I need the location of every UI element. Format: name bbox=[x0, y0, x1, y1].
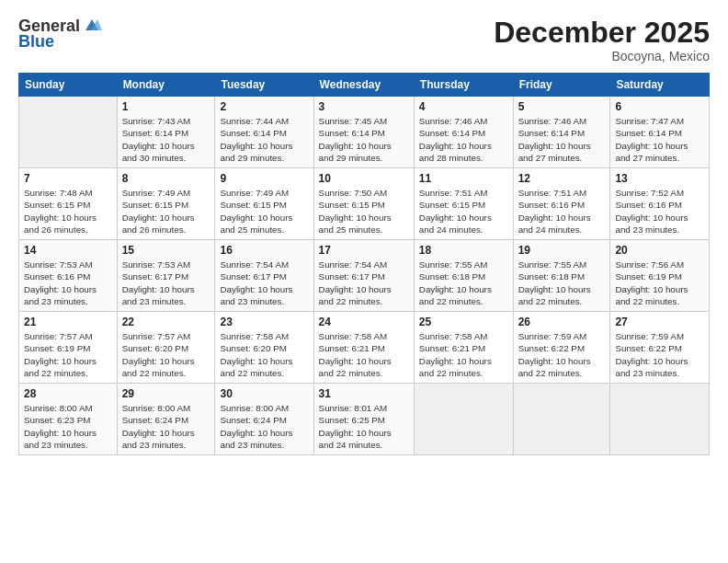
day-number: 11 bbox=[419, 172, 508, 185]
calendar-header: Sunday Monday Tuesday Wednesday Thursday… bbox=[19, 74, 710, 97]
day-number: 21 bbox=[24, 316, 112, 328]
calendar-cell bbox=[414, 384, 513, 455]
day-number: 24 bbox=[319, 316, 409, 328]
day-number: 22 bbox=[122, 316, 210, 328]
day-number: 30 bbox=[220, 387, 308, 400]
day-info: Sunrise: 7:56 AMSunset: 6:19 PMDaylight:… bbox=[615, 259, 704, 307]
day-number: 1 bbox=[122, 100, 210, 113]
day-number: 7 bbox=[24, 172, 112, 185]
day-info: Sunrise: 7:55 AMSunset: 6:18 PMDaylight:… bbox=[518, 259, 606, 307]
day-info: Sunrise: 7:58 AMSunset: 6:20 PMDaylight:… bbox=[220, 330, 308, 379]
col-thursday: Thursday bbox=[414, 74, 513, 97]
day-info: Sunrise: 7:43 AMSunset: 6:14 PMDaylight:… bbox=[122, 115, 210, 164]
calendar-cell: 26Sunrise: 7:59 AMSunset: 6:22 PMDayligh… bbox=[513, 312, 610, 384]
logo: General Blue bbox=[18, 17, 102, 52]
day-info: Sunrise: 7:53 AMSunset: 6:16 PMDaylight:… bbox=[24, 259, 112, 307]
day-number: 8 bbox=[122, 172, 210, 185]
day-number: 6 bbox=[615, 100, 704, 113]
day-info: Sunrise: 7:54 AMSunset: 6:17 PMDaylight:… bbox=[319, 259, 409, 307]
calendar-cell: 31Sunrise: 8:01 AMSunset: 6:25 PMDayligh… bbox=[313, 384, 414, 455]
day-number: 16 bbox=[220, 244, 308, 257]
calendar-cell: 2Sunrise: 7:44 AMSunset: 6:14 PMDaylight… bbox=[215, 97, 313, 168]
calendar-cell bbox=[19, 97, 118, 168]
logo-icon bbox=[82, 17, 102, 34]
day-info: Sunrise: 7:45 AMSunset: 6:14 PMDaylight:… bbox=[319, 115, 409, 164]
calendar-cell: 18Sunrise: 7:55 AMSunset: 6:18 PMDayligh… bbox=[414, 240, 513, 312]
col-friday: Friday bbox=[513, 74, 610, 97]
calendar-cell: 24Sunrise: 7:58 AMSunset: 6:21 PMDayligh… bbox=[313, 312, 414, 384]
day-number: 26 bbox=[518, 316, 606, 328]
day-number: 12 bbox=[518, 172, 606, 185]
calendar-cell: 7Sunrise: 7:48 AMSunset: 6:15 PMDaylight… bbox=[19, 168, 118, 240]
day-info: Sunrise: 7:52 AMSunset: 6:16 PMDaylight:… bbox=[615, 187, 704, 236]
calendar-cell: 5Sunrise: 7:46 AMSunset: 6:14 PMDaylight… bbox=[513, 97, 610, 168]
month-title: December 2025 bbox=[494, 17, 710, 49]
day-info: Sunrise: 7:49 AMSunset: 6:15 PMDaylight:… bbox=[122, 187, 210, 236]
calendar-cell: 8Sunrise: 7:49 AMSunset: 6:15 PMDaylight… bbox=[117, 168, 215, 240]
day-info: Sunrise: 7:58 AMSunset: 6:21 PMDaylight:… bbox=[319, 330, 409, 379]
page: General Blue December 2025 Bocoyna, Mexi… bbox=[0, 0, 728, 563]
day-info: Sunrise: 7:46 AMSunset: 6:14 PMDaylight:… bbox=[518, 115, 606, 164]
day-info: Sunrise: 7:57 AMSunset: 6:19 PMDaylight:… bbox=[24, 330, 112, 379]
day-info: Sunrise: 7:59 AMSunset: 6:22 PMDaylight:… bbox=[518, 330, 606, 379]
calendar-cell: 4Sunrise: 7:46 AMSunset: 6:14 PMDaylight… bbox=[414, 97, 513, 168]
col-wednesday: Wednesday bbox=[313, 74, 414, 97]
day-info: Sunrise: 7:46 AMSunset: 6:14 PMDaylight:… bbox=[419, 115, 508, 164]
day-info: Sunrise: 7:49 AMSunset: 6:15 PMDaylight:… bbox=[220, 187, 308, 236]
calendar-cell: 10Sunrise: 7:50 AMSunset: 6:15 PMDayligh… bbox=[313, 168, 414, 240]
col-monday: Monday bbox=[117, 74, 215, 97]
day-info: Sunrise: 7:51 AMSunset: 6:15 PMDaylight:… bbox=[419, 187, 508, 236]
day-info: Sunrise: 7:50 AMSunset: 6:15 PMDaylight:… bbox=[319, 187, 409, 236]
day-number: 3 bbox=[319, 100, 409, 113]
day-number: 27 bbox=[615, 316, 704, 328]
calendar-cell: 29Sunrise: 8:00 AMSunset: 6:24 PMDayligh… bbox=[117, 384, 215, 455]
calendar-cell: 19Sunrise: 7:55 AMSunset: 6:18 PMDayligh… bbox=[513, 240, 610, 312]
day-number: 23 bbox=[220, 316, 308, 328]
day-info: Sunrise: 7:59 AMSunset: 6:22 PMDaylight:… bbox=[615, 330, 704, 379]
day-number: 4 bbox=[419, 100, 508, 113]
day-info: Sunrise: 7:51 AMSunset: 6:16 PMDaylight:… bbox=[518, 187, 606, 236]
day-info: Sunrise: 7:53 AMSunset: 6:17 PMDaylight:… bbox=[122, 259, 210, 307]
calendar-cell: 25Sunrise: 7:58 AMSunset: 6:21 PMDayligh… bbox=[414, 312, 513, 384]
calendar-cell bbox=[610, 384, 710, 455]
calendar-cell: 12Sunrise: 7:51 AMSunset: 6:16 PMDayligh… bbox=[513, 168, 610, 240]
day-info: Sunrise: 7:55 AMSunset: 6:18 PMDaylight:… bbox=[419, 259, 508, 307]
day-info: Sunrise: 8:00 AMSunset: 6:23 PMDaylight:… bbox=[24, 402, 112, 451]
day-number: 28 bbox=[24, 387, 112, 400]
day-info: Sunrise: 7:54 AMSunset: 6:17 PMDaylight:… bbox=[220, 259, 308, 307]
calendar-cell: 21Sunrise: 7:57 AMSunset: 6:19 PMDayligh… bbox=[19, 312, 118, 384]
calendar-table: Sunday Monday Tuesday Wednesday Thursday… bbox=[18, 73, 710, 455]
day-info: Sunrise: 7:48 AMSunset: 6:15 PMDaylight:… bbox=[24, 187, 112, 236]
title-area: December 2025 Bocoyna, Mexico bbox=[494, 17, 710, 63]
day-number: 31 bbox=[319, 387, 409, 400]
day-info: Sunrise: 8:00 AMSunset: 6:24 PMDaylight:… bbox=[220, 402, 308, 451]
calendar-cell bbox=[513, 384, 610, 455]
day-number: 10 bbox=[319, 172, 409, 185]
day-number: 19 bbox=[518, 244, 606, 257]
calendar-cell: 17Sunrise: 7:54 AMSunset: 6:17 PMDayligh… bbox=[313, 240, 414, 312]
day-info: Sunrise: 7:57 AMSunset: 6:20 PMDaylight:… bbox=[122, 330, 210, 379]
day-number: 2 bbox=[220, 100, 308, 113]
day-number: 20 bbox=[615, 244, 704, 257]
location: Bocoyna, Mexico bbox=[494, 49, 710, 63]
day-info: Sunrise: 8:01 AMSunset: 6:25 PMDaylight:… bbox=[319, 402, 409, 451]
calendar-cell: 13Sunrise: 7:52 AMSunset: 6:16 PMDayligh… bbox=[610, 168, 710, 240]
day-info: Sunrise: 7:44 AMSunset: 6:14 PMDaylight:… bbox=[220, 115, 308, 164]
calendar-cell: 15Sunrise: 7:53 AMSunset: 6:17 PMDayligh… bbox=[117, 240, 215, 312]
day-info: Sunrise: 8:00 AMSunset: 6:24 PMDaylight:… bbox=[122, 402, 210, 451]
calendar-cell: 6Sunrise: 7:47 AMSunset: 6:14 PMDaylight… bbox=[610, 97, 710, 168]
day-info: Sunrise: 7:58 AMSunset: 6:21 PMDaylight:… bbox=[419, 330, 508, 379]
calendar-week-2: 7Sunrise: 7:48 AMSunset: 6:15 PMDaylight… bbox=[19, 168, 710, 240]
calendar-cell: 11Sunrise: 7:51 AMSunset: 6:15 PMDayligh… bbox=[414, 168, 513, 240]
calendar-cell: 3Sunrise: 7:45 AMSunset: 6:14 PMDaylight… bbox=[313, 97, 414, 168]
day-number: 13 bbox=[615, 172, 704, 185]
calendar-week-3: 14Sunrise: 7:53 AMSunset: 6:16 PMDayligh… bbox=[19, 240, 710, 312]
day-number: 9 bbox=[220, 172, 308, 185]
calendar-cell: 9Sunrise: 7:49 AMSunset: 6:15 PMDaylight… bbox=[215, 168, 313, 240]
calendar-cell: 30Sunrise: 8:00 AMSunset: 6:24 PMDayligh… bbox=[215, 384, 313, 455]
day-number: 25 bbox=[419, 316, 508, 328]
calendar-week-5: 28Sunrise: 8:00 AMSunset: 6:23 PMDayligh… bbox=[19, 384, 710, 455]
calendar-cell: 23Sunrise: 7:58 AMSunset: 6:20 PMDayligh… bbox=[215, 312, 313, 384]
calendar-cell: 27Sunrise: 7:59 AMSunset: 6:22 PMDayligh… bbox=[610, 312, 710, 384]
calendar-cell: 20Sunrise: 7:56 AMSunset: 6:19 PMDayligh… bbox=[610, 240, 710, 312]
